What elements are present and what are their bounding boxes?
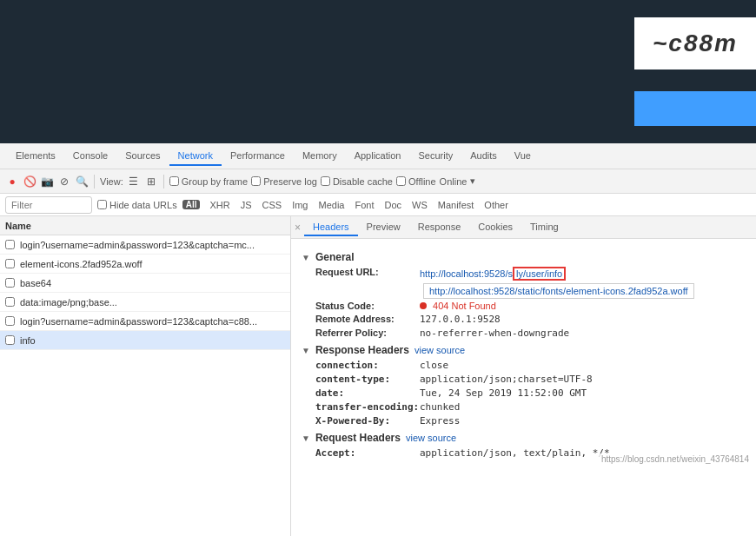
remote-address-row: Remote Address: 127.0.0.1:9528 xyxy=(315,314,746,325)
tab-memory[interactable]: Memory xyxy=(294,147,346,166)
separator-2 xyxy=(163,175,164,189)
request-headers-view-source[interactable]: view source xyxy=(406,433,456,443)
referrer-policy-label: Referrer Policy: xyxy=(315,328,420,338)
filter-css[interactable]: CSS xyxy=(258,199,287,211)
tab-vue[interactable]: Vue xyxy=(506,147,540,166)
record-icon[interactable]: ● xyxy=(5,175,19,189)
resp-date-label: date: xyxy=(315,387,420,399)
dropdown-arrow[interactable]: ▾ xyxy=(470,175,475,187)
req-accept-label: Accept: xyxy=(315,447,420,459)
blue-button[interactable] xyxy=(634,91,756,126)
resp-transfer-encoding-value: chunked xyxy=(420,401,460,413)
tab-application[interactable]: Application xyxy=(346,147,410,166)
search-icon[interactable]: 🔍 xyxy=(75,175,89,189)
list-item[interactable]: login?username=admin&password=123&captch… xyxy=(0,235,290,255)
filter-input[interactable] xyxy=(5,196,92,214)
all-badge[interactable]: All xyxy=(182,200,201,209)
disable-cache-checkbox-label[interactable]: Disable cache xyxy=(321,176,393,187)
request-tab-preview[interactable]: Preview xyxy=(358,219,409,236)
hide-data-urls-checkbox[interactable] xyxy=(97,200,107,209)
response-headers-view-source[interactable]: view source xyxy=(414,345,465,355)
request-url-row: Request URL: http://localhost:9528/sly/u… xyxy=(315,267,746,281)
list-item[interactable]: element-icons.2fad952a.woff xyxy=(0,255,290,274)
general-title: General xyxy=(315,251,355,263)
devtools-tab-bar: Elements Console Sources Network Perform… xyxy=(0,143,756,169)
filter-img[interactable]: Img xyxy=(288,199,312,211)
item-checkbox-0[interactable] xyxy=(5,240,15,249)
item-checkbox-3[interactable] xyxy=(5,297,15,307)
resp-x-powered-by-row: X-Powered-By: Express xyxy=(315,415,746,427)
status-code-value: 404 Not Found xyxy=(420,301,496,311)
resp-transfer-encoding-label: transfer-encoding: xyxy=(315,401,420,413)
clear-icon[interactable]: 🚫 xyxy=(23,175,36,189)
close-details-button[interactable]: × xyxy=(295,222,301,234)
resp-x-powered-by-label: X-Powered-By: xyxy=(315,415,420,427)
item-name-4: login?username=admin&password=123&captch… xyxy=(20,316,285,327)
filter-media[interactable]: Media xyxy=(314,199,348,211)
group-frame-checkbox-label[interactable]: Group by frame xyxy=(169,176,248,187)
preserve-log-checkbox-label[interactable]: Preserve log xyxy=(251,176,317,187)
request-url-label: Request URL: xyxy=(315,267,420,277)
request-tab-response[interactable]: Response xyxy=(409,219,470,236)
list-item-selected[interactable]: info xyxy=(0,331,290,350)
group-frame-checkbox[interactable] xyxy=(169,176,179,186)
referrer-policy-value: no-referrer-when-downgrade xyxy=(420,328,569,339)
details-content: ▼ General Request URL: http://localhost:… xyxy=(291,239,756,468)
filter-xhr[interactable]: XHR xyxy=(205,199,234,211)
url-tooltip: http://localhost:9528/static/fonts/eleme… xyxy=(423,283,694,299)
request-url-value: http://localhost:9528/sly/user/info xyxy=(420,267,566,281)
general-section-header[interactable]: ▼ General xyxy=(302,251,746,263)
tab-audits[interactable]: Audits xyxy=(461,147,506,166)
network-list-items: login?username=admin&password=123&captch… xyxy=(0,235,290,536)
list-item[interactable]: data:image/png;base... xyxy=(0,293,290,312)
filter-font[interactable]: Font xyxy=(350,199,378,211)
status-code-row: Status Code: 404 Not Found xyxy=(315,301,746,311)
devtools-body: Name login?username=admin&password=123&c… xyxy=(0,216,756,536)
view-list-icon[interactable]: ☰ xyxy=(127,175,141,189)
filter-doc[interactable]: Doc xyxy=(380,199,406,211)
filter-manifest[interactable]: Manifest xyxy=(434,199,479,211)
filter-icon[interactable]: ⊘ xyxy=(57,175,71,189)
view-large-icon[interactable]: ⊞ xyxy=(144,175,158,189)
request-headers-section-header[interactable]: ▼ Request Headers view source xyxy=(302,432,746,444)
request-tab-timing[interactable]: Timing xyxy=(521,219,567,236)
offline-checkbox[interactable] xyxy=(396,176,406,186)
request-tab-headers[interactable]: Headers xyxy=(304,219,358,236)
item-name-5: info xyxy=(20,335,285,346)
item-checkbox-2[interactable] xyxy=(5,278,15,288)
remote-address-label: Remote Address: xyxy=(315,314,420,324)
resp-transfer-encoding-row: transfer-encoding: chunked xyxy=(315,401,746,413)
request-headers-title: Request Headers xyxy=(315,432,401,444)
separator-1 xyxy=(94,175,95,189)
hide-data-urls-label[interactable]: Hide data URLs xyxy=(97,200,177,210)
tab-sources[interactable]: Sources xyxy=(116,147,169,166)
disable-cache-checkbox[interactable] xyxy=(321,176,330,186)
preserve-log-checkbox[interactable] xyxy=(251,176,261,186)
tab-performance[interactable]: Performance xyxy=(222,147,294,166)
tab-network[interactable]: Network xyxy=(169,147,222,166)
network-toolbar: ● 🚫 📷 ⊘ 🔍 View: ☰ ⊞ Group by frame Prese… xyxy=(0,169,756,194)
camera-icon[interactable]: 📷 xyxy=(40,175,54,189)
item-name-3: data:image/png;base... xyxy=(20,297,285,308)
response-headers-triangle-icon: ▼ xyxy=(302,346,310,355)
tab-security[interactable]: Security xyxy=(409,147,461,166)
offline-checkbox-label[interactable]: Offline xyxy=(396,176,436,187)
resp-connection-value: close xyxy=(420,360,448,371)
filter-other[interactable]: Other xyxy=(480,199,513,211)
list-item[interactable]: login?username=admin&password=123&captch… xyxy=(0,312,290,331)
item-checkbox-1[interactable] xyxy=(5,259,15,268)
list-item[interactable]: base64 xyxy=(0,274,290,293)
item-checkbox-4[interactable] xyxy=(5,316,15,326)
filter-ws[interactable]: WS xyxy=(408,199,432,211)
filter-js[interactable]: JS xyxy=(236,199,256,211)
request-details: × Headers Preview Response Cookies Timin… xyxy=(291,216,756,536)
request-tab-cookies[interactable]: Cookies xyxy=(469,219,521,236)
watermark: https://blog.csdn.net/weixin_43764814 xyxy=(598,453,753,465)
item-name-0: login?username=admin&password=123&captch… xyxy=(20,240,285,250)
item-checkbox-5[interactable] xyxy=(5,335,15,345)
network-list-header: Name xyxy=(0,216,290,235)
tab-console[interactable]: Console xyxy=(64,147,116,166)
tab-elements[interactable]: Elements xyxy=(7,147,64,166)
response-headers-section-header[interactable]: ▼ Response Headers view source xyxy=(302,344,746,356)
network-list: Name login?username=admin&password=123&c… xyxy=(0,216,291,536)
